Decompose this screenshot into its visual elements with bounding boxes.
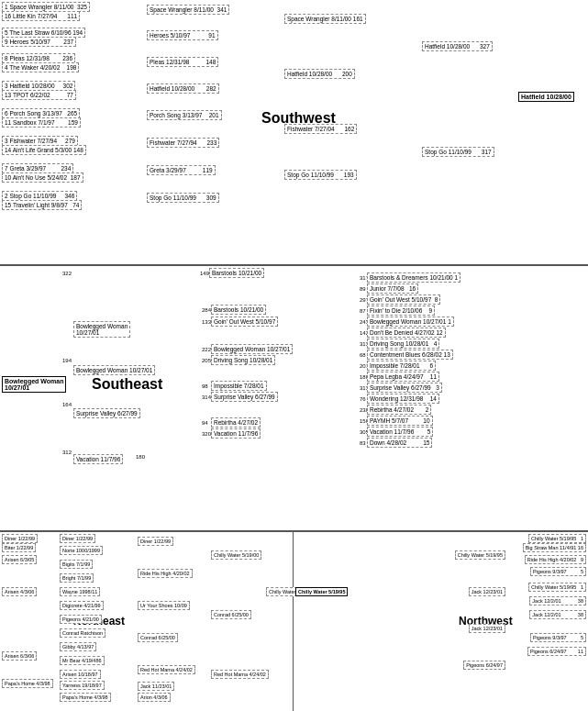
southeast-label: Southeast — [92, 376, 162, 393]
bracket-container: Southwest 1 Space Wrangler 8/11/00 325 1… — [0, 0, 588, 711]
se-far-11: Surprise Valley 6/27/99 3 — [367, 383, 442, 393]
sw-r2-3: Pleas 12/31/98 148 — [147, 57, 218, 67]
se-rr2-4: Driving Song 10/28/01 — [211, 355, 275, 365]
se-far-12: Wondering 12/31/98 14 — [367, 394, 439, 404]
se-r2-4: Vacation 11/7/96 — [73, 454, 123, 464]
se-far-10: Pepa Legba 4/24/97 11 — [367, 372, 439, 382]
ne-r4-3: Red Hot Mama 4/24/02 — [211, 670, 269, 679]
sw-r1-13: 13 TPOT 6/22/02 77 — [2, 90, 76, 100]
sw-r3-2: Hatfield 10/28/00 200 — [284, 69, 355, 79]
ne-r1-3: Arisen 6/3/05 — [2, 555, 37, 564]
ne-r2-7: Pigeons 4/21/00 — [60, 615, 102, 624]
northwest-section: Northwest Chilly Water 5/19/95 1 Big Str… — [294, 532, 588, 711]
se-r2-1: Bowlegged Woman10/27/01 — [73, 321, 130, 338]
se-rr1-barstools: Barstools 10/21/00 — [209, 268, 264, 278]
ne-r3-5: Red Hot Mama 4/24/02 — [138, 665, 195, 674]
se-far-7: Driving Song 10/28/01 4 — [367, 339, 439, 349]
nw-r1-7: Jack 12/2/01 38 — [529, 610, 586, 619]
nw-r1-8: Pigeons 9/3/97 5 — [530, 633, 586, 642]
se-far4: 87 — [360, 308, 366, 314]
ne-r2-9: Gibby 4/13/97 — [60, 642, 96, 651]
se-far16: 83 — [360, 440, 366, 446]
ne-r1-5: Arisen 6/3/06 — [2, 651, 37, 661]
nw-r1-6: Jack 12/2/01 38 — [529, 596, 586, 605]
sw-r1-4: 4 The Waker 4/20/02 198 — [2, 62, 79, 72]
se-far-4: Fixin' to Die 2/10/06 9 — [367, 306, 435, 316]
se-far-5: Bowlegged Woman 10/27/01 1 — [367, 317, 454, 327]
se-r2-3: Surprise Valley 6/27/99 — [73, 408, 140, 418]
se-far-8: Contentment Blues 6/28/02 13 — [367, 350, 453, 360]
se-r2-2: Bowlegged Woman 10/27/01 — [73, 365, 155, 375]
sw-r1-10: 10 Ain't No Use 5/24/02 187 — [2, 172, 83, 183]
bottom-sections: Northeast Diner 1/22/99 Biter 1/22/99 Ar… — [0, 532, 588, 711]
ne-r2-10: Mr Bear 4/19/486 — [60, 656, 105, 665]
sw-r3-1: Space Wrangler 8/11/00 161 — [284, 14, 366, 24]
ne-r1-1: Diner 1/22/99 — [2, 534, 38, 543]
ne-r3-7: Arion 4/3/06 — [138, 693, 171, 702]
se-r2-seed3: 164 — [62, 402, 72, 407]
se-score8: 320 — [202, 431, 211, 437]
sw-r1-9: 9 Heroes 5/10/97 237 — [2, 37, 76, 47]
sw-r4-1: Hatfield 10/28/00 327 — [422, 41, 493, 51]
sw-r2-5: Porch Song 3/13/97 201 — [147, 110, 222, 120]
se-rr2-5: Impossible 7/28/01 — [211, 381, 267, 391]
nw-winner: Chilly Water 5/19/95 — [295, 587, 348, 596]
se-rr2-2: Goin' Out West 5/10/97 — [211, 317, 278, 327]
nw-r1-3: Ride His High 4/20/02 9 — [525, 555, 586, 564]
southeast-section: Southeast Bowlegged Woman10/27/01 322 Bo… — [0, 266, 588, 532]
se-rr2-3: Bowlegged Woman 10/27/01 — [211, 344, 293, 354]
se-far12: 76 — [360, 396, 366, 402]
ne-r2-8: Conrad Ratchison — [60, 628, 105, 638]
se-far-14: PAYMH 5/7/07 10 — [367, 416, 433, 426]
se-score6: 314 — [202, 394, 211, 400]
se-far8: 68 — [360, 352, 366, 358]
se-far-16: Down 4/28/02 15 — [367, 438, 432, 448]
ne-r2-5: Wayne 1998/11 — [60, 587, 100, 596]
sw-r1-15: 15 Travelin' Light 9/8/97 74 — [2, 200, 82, 210]
se-far2: 89 — [360, 286, 366, 292]
ne-r2-6: Digicrete 4/21/99 — [60, 601, 104, 610]
ne-r4-1: Chilly Water 5/19/00 — [211, 550, 261, 560]
sw-winner: Hatfield 10/28/00 — [518, 92, 574, 102]
southwest-section: Southwest 1 Space Wrangler 8/11/00 325 1… — [0, 0, 588, 266]
northeast-section: Northeast Diner 1/22/99 Biter 1/22/99 Ar… — [0, 532, 294, 711]
sw-r1-11: 11 Sandbox 7/1/97 159 — [2, 117, 81, 128]
sw-r2-7: Greta 3/29/97 119 — [147, 165, 216, 175]
se-score2: 133 — [202, 319, 211, 325]
sw-r1-16: 16 Little Kin 7/27/94 111 — [2, 11, 80, 21]
nw-r3-1: Chilly Water 5/19/95 — [455, 550, 505, 560]
se-rr2-6: Surprise Valley 6/27/99 — [211, 392, 278, 402]
se-left-winner: Bowlegged Woman10/27/01 — [2, 376, 66, 393]
se-rr1-1: 149 — [200, 271, 209, 276]
se-r2-seed4: 312 — [62, 450, 72, 455]
ne-r1-2: Biter 1/22/99 — [2, 543, 36, 552]
sw-r3-4: Stop Go 11/10/99 193 — [284, 170, 357, 180]
nw-r1-4: Pigeons 9/3/97 5 — [530, 567, 586, 576]
se-far-6: Don't Be Denied 4/27/02 12 — [367, 328, 446, 338]
ne-r2-3: Bigits 7/1/99 — [60, 560, 93, 569]
se-r2-seed2: 194 — [62, 358, 72, 363]
se-score4: 205 — [202, 358, 211, 363]
se-r2-s4b: 180 — [136, 454, 145, 460]
se-score3: 222 — [202, 347, 211, 352]
se-far-3: Goin' Out West 5/10/97 8 — [367, 294, 440, 305]
nw-r3-2: Jack 12/23/01 — [469, 587, 505, 596]
se-far-9: Impossible 7/28/01 6 — [367, 361, 436, 371]
sw-r2-6: Fishwater 7/27/94 233 — [147, 138, 219, 148]
sw-r2-4: Hatfield 10/28/00 282 — [147, 83, 219, 94]
sw-r2-8: Stop Go 11/10/99 309 — [147, 193, 219, 203]
ne-r1-4: Arisen 4/3/06 — [2, 587, 37, 596]
ne-r3-4: Conrad 6/25/00 — [138, 633, 178, 642]
nw-r1-9: Pigeons 6/24/97 11 — [527, 647, 586, 656]
ne-r2-1: Diner 1/22/99 — [60, 534, 95, 543]
nw-r1-5: Chilly Water 5/19/95 1 — [528, 583, 586, 592]
sw-r2-2: Heroes 5/10/97 91 — [147, 30, 218, 40]
ne-r4-2: Conrad 6/25/00 — [211, 610, 251, 619]
nw-r1-1: Chilly Water 5/19/95 1 — [528, 534, 586, 543]
se-rr2-8: Vacation 11/7/96 — [211, 428, 261, 439]
ne-r2-13: Papa's Home 4/3/98 — [60, 693, 111, 702]
ne-r3-2: Ride His High 4/20/02 — [138, 569, 193, 578]
ne-r3-1: Diner 1/22/99 — [138, 537, 173, 546]
sw-r2-1: Space Wrangler 8/11/00 341 — [147, 5, 229, 15]
nw-r3-3: Jack 12/23/01 — [469, 624, 505, 633]
